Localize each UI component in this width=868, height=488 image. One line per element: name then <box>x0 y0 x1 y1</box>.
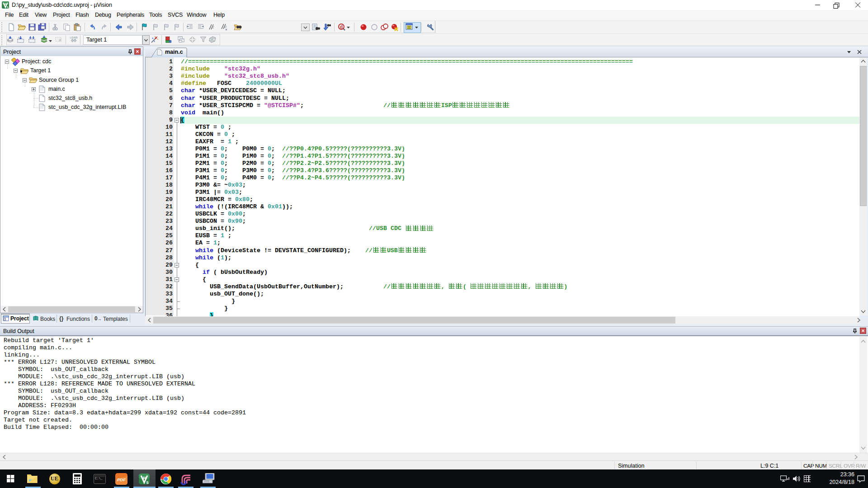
svg-text:µ: µ <box>143 474 146 480</box>
svg-text:µ: µ <box>5 2 7 6</box>
svg-text:5: 5 <box>146 480 149 485</box>
svg-text:LOAD: LOAD <box>70 36 78 39</box>
svg-text:PDF: PDF <box>117 477 126 482</box>
svg-text:d: d <box>340 24 343 29</box>
svg-text:C:\_: C:\_ <box>95 477 103 480</box>
